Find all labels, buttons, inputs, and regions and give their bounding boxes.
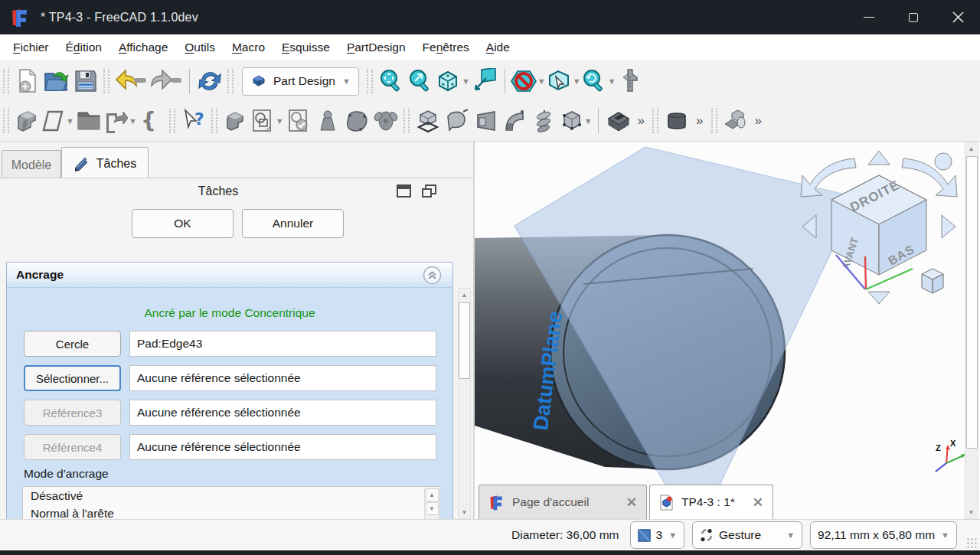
draw-style-selector[interactable]: 3 ▼ [630, 521, 685, 549]
scrollbar-thumb[interactable] [459, 302, 470, 379]
maximize-button[interactable] [891, 0, 936, 34]
mode-item-desactive[interactable]: Désactivé [23, 487, 439, 504]
pocket-button[interactable] [604, 104, 633, 138]
ok-button[interactable]: OK [132, 209, 234, 238]
boolean-button[interactable] [721, 104, 750, 138]
fit-all-button[interactable] [377, 64, 406, 98]
menu-fichier[interactable]: Fichier [5, 34, 57, 60]
3d-viewport[interactable]: DatumPlane DROITE AVANT BAS [475, 142, 980, 519]
toolbar-grip[interactable] [652, 109, 658, 133]
additive-helix-button[interactable] [530, 104, 559, 138]
additive-loft-button[interactable] [472, 104, 501, 138]
view-cursor-button[interactable]: ▼ [546, 64, 581, 98]
toolbar-grip[interactable] [227, 69, 234, 93]
menu-partdesign[interactable]: PartDesign [338, 34, 414, 60]
open-document-button[interactable] [42, 64, 71, 98]
close-button[interactable] [936, 0, 980, 34]
cancel-button[interactable]: Annuler [242, 209, 344, 238]
toolbar-grip[interactable] [403, 109, 410, 133]
viewport-scrollbar[interactable]: ▲ ▼ [965, 142, 978, 519]
additive-pipe-button[interactable] [501, 104, 530, 138]
close-tab-icon[interactable]: ✕ [626, 495, 637, 511]
reference1-button[interactable]: Cercle [24, 331, 121, 357]
expression-button[interactable]: { } [137, 104, 166, 138]
scroll-up-icon[interactable]: ▲ [426, 488, 439, 501]
toolbar-grip[interactable] [711, 109, 717, 133]
create-body-button[interactable] [13, 104, 42, 138]
create-sketch-button[interactable]: ▼ [250, 104, 284, 138]
menu-fenetres[interactable]: Fenêtres [414, 34, 478, 60]
reference1-field[interactable]: Pad:Edge43 [129, 331, 436, 357]
tab-modele[interactable]: Modèle [2, 150, 61, 180]
menu-esquisse[interactable]: Esquisse [273, 34, 338, 60]
measure-button[interactable] [616, 64, 645, 98]
scroll-down-icon[interactable]: ▼ [965, 506, 977, 518]
export-button[interactable]: ▼ [103, 104, 137, 138]
axonometric-view-button[interactable]: ▼ [435, 64, 470, 98]
attachment-header[interactable]: Ancrage [7, 263, 452, 288]
zoom-refresh-button[interactable]: ▼ [581, 64, 616, 98]
menu-outils[interactable]: Outils [176, 34, 224, 60]
reference2-field[interactable]: Aucune référence sélectionnée [129, 365, 436, 391]
align-to-plane-button[interactable] [470, 64, 499, 98]
toolbar-overflow-button[interactable]: » [750, 113, 766, 129]
panel-scrollbar[interactable]: ▲ ▼ [458, 288, 471, 519]
navcube-up-arrow[interactable] [868, 151, 890, 165]
revolution-button[interactable] [443, 104, 472, 138]
tab-document-tp43[interactable]: TP4-3 : 1* ✕ [649, 485, 773, 519]
workbench-selector[interactable]: Part Design ▼ [242, 67, 359, 96]
tab-taches[interactable]: Tâches [61, 147, 149, 180]
validate-sketch-button[interactable] [284, 104, 313, 138]
toolbar-overflow-button[interactable]: » [691, 113, 707, 129]
dock-panel-icon[interactable] [397, 184, 411, 198]
pad-button[interactable] [413, 104, 443, 138]
tab-page-accueil[interactable]: Page d'accueil ✕ [479, 485, 647, 519]
redo-button[interactable] [149, 64, 184, 98]
new-document-button[interactable] [13, 64, 42, 98]
reference3-field[interactable]: Aucune référence sélectionnée [129, 400, 436, 426]
toolbar-grip[interactable] [367, 69, 373, 93]
navcube-top-view-circle[interactable] [935, 153, 952, 170]
reference4-field[interactable]: Aucune référence sélectionnée [129, 434, 436, 460]
navigation-style-selector[interactable]: Gesture ▼ [692, 521, 802, 549]
create-body2-button[interactable] [221, 104, 250, 138]
window-resize-grip[interactable] [966, 537, 977, 548]
whats-this-button[interactable]: ? [179, 104, 208, 138]
undo-button[interactable] [113, 64, 149, 98]
menu-aide[interactable]: Aide [478, 34, 518, 60]
reference2-button[interactable]: Sélectionner... [24, 365, 121, 391]
scroll-up-icon[interactable]: ▲ [965, 142, 977, 155]
clone-button[interactable] [371, 104, 400, 138]
subshape-binder-button[interactable] [342, 104, 371, 138]
refresh-button[interactable] [195, 64, 224, 98]
save-button[interactable] [71, 64, 100, 98]
attachment-mode-list[interactable]: Désactivé Normal à l'arête ▲ ▼ [22, 486, 440, 521]
toolbar-grip[interactable] [3, 109, 9, 133]
menu-macro[interactable]: Macro [224, 34, 273, 60]
fit-selection-button[interactable] [406, 64, 435, 98]
primitive-box-button[interactable]: ▼ [559, 104, 593, 138]
mode-list-scrollbar[interactable]: ▲ ▼ [424, 488, 439, 521]
menu-edition[interactable]: Édition [57, 34, 110, 60]
menu-affichage[interactable]: Affichage [110, 34, 176, 60]
create-datum-plane-button[interactable]: ▼ [42, 104, 74, 138]
clipping-plane-button[interactable]: ▼ [511, 64, 546, 98]
group-button[interactable] [74, 104, 103, 138]
minimize-button[interactable] [847, 0, 891, 34]
toolbar-grip[interactable] [211, 109, 217, 133]
navcube-down-arrow[interactable] [868, 292, 890, 304]
scroll-down-icon[interactable]: ▼ [459, 506, 470, 518]
toolbar-overflow-button[interactable]: » [633, 113, 649, 129]
toolbar-grip[interactable] [169, 109, 175, 133]
scrollbar-thumb[interactable] [966, 156, 978, 449]
groove-button[interactable] [662, 104, 691, 138]
mode-item-normal[interactable]: Normal à l'arête [23, 504, 439, 521]
view-size-selector[interactable]: 92,11 mm x 65,80 mm ▼ [810, 521, 957, 549]
close-tab-icon[interactable]: ✕ [753, 495, 763, 511]
toolbar-grip[interactable] [3, 69, 9, 93]
navcube-mini-cube[interactable] [922, 269, 943, 293]
scroll-up-icon[interactable]: ▲ [459, 289, 470, 301]
navcube-right-arrow[interactable] [942, 215, 956, 238]
toolbar-grip[interactable] [103, 69, 109, 93]
float-panel-icon[interactable] [422, 184, 436, 198]
